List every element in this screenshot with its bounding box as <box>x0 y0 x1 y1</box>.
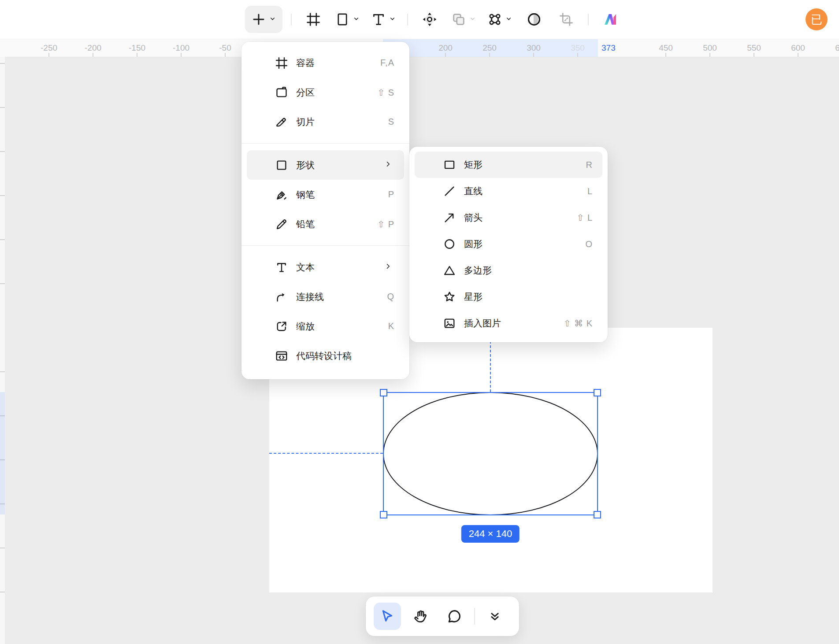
line-icon <box>443 185 456 198</box>
chevron-down-icon <box>505 15 512 22</box>
select-tool[interactable] <box>374 603 401 630</box>
chevron-down-icon <box>389 15 396 22</box>
menu-item-rectangle[interactable]: 矩形R <box>415 152 602 178</box>
size-badge: 244 × 140 <box>461 525 520 543</box>
ruler-label: 373 <box>601 39 616 57</box>
pen-icon <box>275 188 288 201</box>
ai-tool[interactable] <box>597 6 624 33</box>
ruler-tick <box>0 195 5 196</box>
boolean-icon <box>451 12 466 27</box>
resize-handle-top-left[interactable] <box>380 389 387 396</box>
collapse-toolbar[interactable] <box>481 603 509 630</box>
menu-item-shortcut: K <box>388 321 394 331</box>
menu-item-scale[interactable]: 缩放K <box>247 311 404 341</box>
ruler-label: -200 <box>85 39 101 57</box>
mask-tool[interactable] <box>521 6 547 33</box>
selection-box[interactable] <box>383 392 598 515</box>
distance-guide-horizontal <box>269 453 383 454</box>
toolbar-divider <box>474 608 475 625</box>
move-tool[interactable] <box>416 6 443 33</box>
polygon-icon <box>443 264 456 277</box>
menu-item-shape[interactable]: 形状 <box>247 150 404 180</box>
shape-submenu: 矩形R直线L箭头⇧ L圆形O多边形星形插入图片⇧ ⌘ K <box>409 147 608 342</box>
menu-item-star[interactable]: 星形 <box>415 284 602 310</box>
hand-tool[interactable] <box>407 603 434 630</box>
chevron-right-icon <box>381 160 394 168</box>
pencil-icon <box>275 218 288 231</box>
design-canvas-app: 244 × 140 -250-200-150-100-5020025030035… <box>0 0 839 644</box>
resize-handle-bottom-right[interactable] <box>594 511 601 518</box>
frame-icon <box>306 12 321 27</box>
toolbar-divider <box>588 14 589 26</box>
connector-icon <box>275 290 288 303</box>
ruler-label: 250 <box>483 39 497 57</box>
add-tool[interactable] <box>245 6 282 33</box>
menu-item-polygon[interactable]: 多边形 <box>415 257 602 284</box>
plus-icon <box>251 12 266 27</box>
menu-item-image[interactable]: 插入图片⇧ ⌘ K <box>415 310 602 337</box>
ruler-tick <box>0 107 5 108</box>
menu-item-pen[interactable]: 钢笔P <box>247 180 404 209</box>
menu-item-pencil[interactable]: 铅笔⇧ P <box>247 209 404 239</box>
submenu-chevron <box>381 262 394 273</box>
menu-item-container[interactable]: 容器F,A <box>247 48 404 78</box>
frame-tool[interactable] <box>300 6 327 33</box>
ruler-label: -250 <box>41 39 57 57</box>
ruler-tick <box>0 239 5 240</box>
ruler-label: 650 <box>835 39 839 57</box>
chevron-down-icon <box>269 15 276 22</box>
menu-item-label: 多边形 <box>464 264 492 277</box>
menu-divider <box>241 245 409 246</box>
menu-item-label: 连接线 <box>296 291 324 303</box>
menu-item-label: 容器 <box>296 57 315 69</box>
menu-item-label: 箭头 <box>464 211 483 224</box>
slice-icon <box>275 115 288 129</box>
vector-tool[interactable] <box>485 6 515 33</box>
resize-handle-bottom-left[interactable] <box>380 511 387 518</box>
menu-item-circle[interactable]: 圆形O <box>415 231 602 257</box>
menu-item-section[interactable]: 分区⇧ S <box>247 78 404 107</box>
text-tool[interactable] <box>368 6 399 33</box>
chevrons-down-icon <box>487 608 503 624</box>
menu-item-code-design[interactable]: 代码转设计稿 <box>247 341 404 370</box>
ruler-label: -150 <box>129 39 145 57</box>
tools-dropdown-menu: 容器F,A分区⇧ S切片S形状钢笔P铅笔⇧ P文本连接线Q缩放K代码转设计稿 <box>241 42 409 379</box>
menu-divider <box>241 143 409 144</box>
shape-icon <box>275 159 288 172</box>
image-icon <box>443 317 456 330</box>
boolean-tool[interactable] <box>449 6 479 33</box>
menu-item-label: 钢笔 <box>296 189 315 201</box>
resize-handle-top-right[interactable] <box>594 389 601 396</box>
menu-item-label: 星形 <box>464 291 483 303</box>
menu-item-shortcut: R <box>586 160 593 170</box>
menu-item-arrow[interactable]: 箭头⇧ L <box>415 204 602 231</box>
cursor-icon <box>379 608 395 624</box>
menu-item-label: 矩形 <box>464 159 483 171</box>
shape-tool[interactable] <box>332 6 363 33</box>
menu-item-text[interactable]: 文本 <box>247 252 404 282</box>
chevron-down-icon <box>353 15 360 22</box>
menu-item-label: 插入图片 <box>464 317 501 329</box>
ruler-tick <box>0 283 5 284</box>
menu-item-connector[interactable]: 连接线Q <box>247 282 404 311</box>
submenu-chevron <box>381 160 394 170</box>
comment-tool[interactable] <box>441 603 468 630</box>
ruler-label: 600 <box>791 39 805 57</box>
menu-item-slice[interactable]: 切片S <box>247 107 404 137</box>
bottom-toolbar <box>366 596 519 636</box>
top-toolbar: 已 <box>0 0 839 39</box>
chevron-right-icon <box>381 262 394 270</box>
crop-tool[interactable] <box>553 6 579 33</box>
menu-item-line[interactable]: 直线L <box>415 178 602 204</box>
container-icon <box>275 56 288 70</box>
vector-icon <box>487 12 502 27</box>
rect-tool-icon <box>335 12 350 27</box>
menu-item-shortcut: S <box>388 117 394 127</box>
ruler-tick <box>0 592 5 592</box>
avatar[interactable]: 已 <box>806 8 828 30</box>
menu-item-shortcut: O <box>585 239 593 249</box>
menu-item-label: 形状 <box>296 159 315 171</box>
hand-icon <box>413 608 429 624</box>
text-tool-icon <box>371 12 386 27</box>
ruler-tick <box>0 151 5 152</box>
